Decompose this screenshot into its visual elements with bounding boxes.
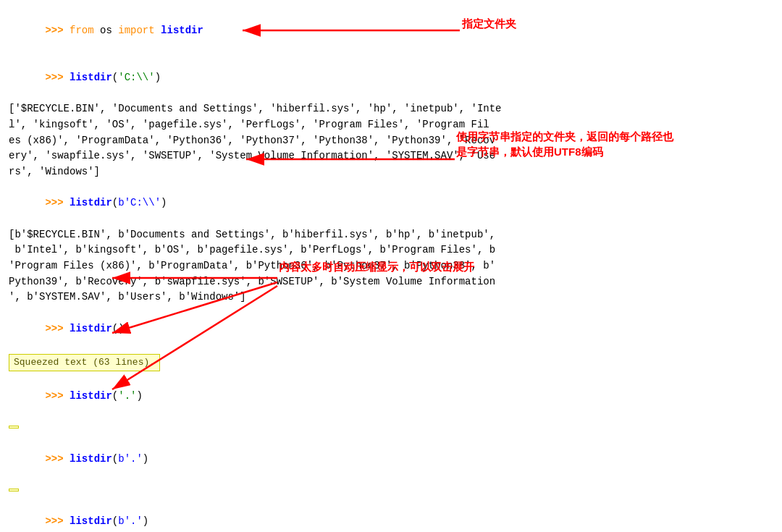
listdir-empty-line: >>> listdir() — [9, 305, 773, 352]
func-listdir-dot: listdir — [70, 390, 112, 402]
arg-bdot1: b'.' — [118, 453, 143, 465]
listdir-bc-line: >>> listdir(b'C:\\') — [9, 180, 773, 227]
listdir-dot-line: >>> listdir('.') — [9, 373, 773, 420]
prompt-6: >>> — [45, 453, 70, 465]
squeezed-3[interactable] — [9, 489, 19, 491]
keyword-from: from — [70, 25, 94, 36]
squeezed-2[interactable] — [9, 426, 19, 428]
prompt-3: >>> — [45, 197, 70, 208]
prompt-2: >>> — [45, 72, 70, 83]
prompt-5: >>> — [45, 390, 70, 402]
output-bc: [b'$RECYCLE.BIN', b'Documents and Settin… — [9, 227, 773, 305]
prompt-1: >>> — [45, 25, 70, 36]
func-listdir-import: listdir — [161, 25, 203, 36]
arg-bc: b'C:\\' — [118, 197, 161, 208]
prompt-7: >>> — [45, 515, 70, 527]
squeezed-2-container — [9, 420, 773, 436]
arg-c: 'C:\\' — [118, 72, 154, 83]
squeezed-1-container: Squeezed text (63 lines). — [9, 352, 773, 373]
listdir-bdot1-line: >>> listdir(b'.') — [9, 436, 773, 483]
func-listdir-empty: listdir — [70, 323, 112, 334]
main-container: >>> from os import listdir >>> listdir('… — [0, 0, 782, 532]
func-listdir-c: listdir — [70, 72, 112, 83]
output-c: ['$RECYCLE.BIN', 'Documents and Settings… — [9, 101, 773, 180]
import-line: >>> from os import listdir — [9, 7, 773, 54]
code-area: >>> from os import listdir >>> listdir('… — [9, 7, 773, 532]
func-listdir-bdot2: listdir — [70, 515, 112, 527]
func-listdir-bdot1: listdir — [70, 453, 112, 465]
squeezed-1[interactable]: Squeezed text (63 lines). — [9, 354, 160, 371]
func-listdir-bc: listdir — [70, 197, 112, 208]
arg-dot: '.' — [118, 390, 136, 402]
listdir-bdot2-line: >>> listdir(b'.') — [9, 499, 773, 532]
arg-bdot2: b'.' — [118, 515, 143, 527]
squeezed-3-container — [9, 483, 773, 499]
prompt-4: >>> — [45, 323, 70, 334]
keyword-import: import — [118, 25, 154, 36]
listdir-c-line: >>> listdir('C:\\') — [9, 54, 773, 101]
